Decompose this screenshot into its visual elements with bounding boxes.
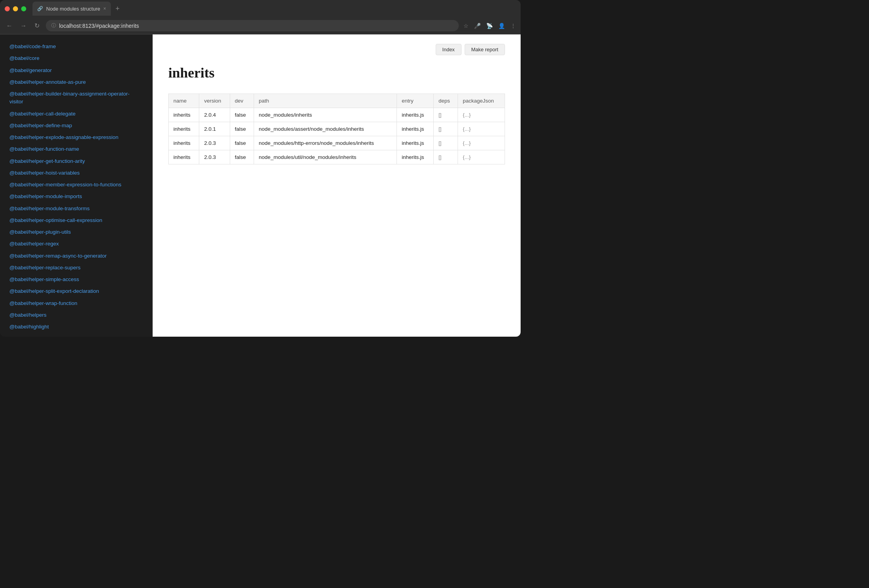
col-header-name: name bbox=[169, 94, 199, 108]
cell-entry[interactable]: inherits.js bbox=[397, 150, 434, 164]
cell-path[interactable]: node_modules/assert/node_modules/inherit… bbox=[254, 122, 397, 136]
refresh-button[interactable]: ↻ bbox=[33, 20, 41, 31]
table-row: inherits2.0.3falsenode_modules/http-erro… bbox=[169, 136, 505, 150]
sidebar-item-1[interactable]: @babel/core bbox=[0, 52, 152, 64]
sidebar-item-2[interactable]: @babel/generator bbox=[0, 65, 152, 76]
sidebar-item-21[interactable]: @babel/helper-wrap-function bbox=[0, 298, 152, 309]
sidebar-item-10[interactable]: @babel/helper-hoist-variables bbox=[0, 167, 152, 179]
package-json-link[interactable]: {...} bbox=[463, 154, 471, 160]
sidebar-item-19[interactable]: @babel/helper-simple-access bbox=[0, 274, 152, 285]
security-icon: ⓘ bbox=[51, 22, 56, 29]
package-json-link[interactable]: {...} bbox=[463, 126, 471, 132]
main-area: @babel/code-frame@babel/core@babel/gener… bbox=[0, 34, 521, 337]
active-tab[interactable]: 🔗 Node modules structure × bbox=[32, 2, 111, 16]
cell-version: 2.0.3 bbox=[199, 150, 230, 164]
cell-packageJson[interactable]: {...} bbox=[458, 150, 505, 164]
sidebar-item-18[interactable]: @babel/helper-replace-supers bbox=[0, 262, 152, 274]
cell-packageJson[interactable]: {...} bbox=[458, 122, 505, 136]
title-bar: 🔗 Node modules structure × + bbox=[0, 0, 521, 17]
sidebar-item-17[interactable]: @babel/helper-remap-async-to-generator bbox=[0, 250, 152, 262]
new-tab-button[interactable]: + bbox=[115, 5, 120, 13]
cell-entry[interactable]: inherits.js bbox=[397, 122, 434, 136]
cell-dev: false bbox=[230, 136, 254, 150]
content-header: Index Make report bbox=[168, 44, 505, 55]
col-header-version: version bbox=[199, 94, 230, 108]
cell-name[interactable]: inherits bbox=[169, 108, 199, 122]
cell-name[interactable]: inherits bbox=[169, 136, 199, 150]
cell-deps: [] bbox=[434, 150, 458, 164]
traffic-lights bbox=[5, 6, 26, 11]
deps-brackets: [] bbox=[438, 126, 442, 132]
package-json-link[interactable]: {...} bbox=[463, 112, 471, 118]
deps-brackets: [] bbox=[438, 112, 442, 118]
sidebar-item-0[interactable]: @babel/code-frame bbox=[0, 41, 152, 52]
sidebar-item-15[interactable]: @babel/helper-plugin-utils bbox=[0, 226, 152, 238]
cell-name[interactable]: inherits bbox=[169, 150, 199, 164]
table-body: inherits2.0.4falsenode_modules/inheritsi… bbox=[169, 108, 505, 164]
address-bar: ← → ↻ ⓘ localhost:8123/#package:inherits… bbox=[0, 17, 521, 34]
maximize-button[interactable] bbox=[21, 6, 26, 11]
col-header-dev: dev bbox=[230, 94, 254, 108]
cell-version: 2.0.3 bbox=[199, 136, 230, 150]
table-header: nameversiondevpathentrydepspackageJson bbox=[169, 94, 505, 108]
minimize-button[interactable] bbox=[13, 6, 18, 11]
col-header-packageJson: packageJson bbox=[458, 94, 505, 108]
cell-path[interactable]: node_modules/http-errors/node_modules/in… bbox=[254, 136, 397, 150]
cell-entry[interactable]: inherits.js bbox=[397, 136, 434, 150]
close-button[interactable] bbox=[5, 6, 10, 11]
cell-path[interactable]: node_modules/util/node_modules/inherits bbox=[254, 150, 397, 164]
sidebar-item-8[interactable]: @babel/helper-function-name bbox=[0, 143, 152, 155]
package-json-link[interactable]: {...} bbox=[463, 140, 471, 146]
packages-table: nameversiondevpathentrydepspackageJson i… bbox=[168, 94, 505, 164]
cell-dev: false bbox=[230, 108, 254, 122]
sidebar-item-14[interactable]: @babel/helper-optimise-call-expression bbox=[0, 215, 152, 226]
sidebar-item-7[interactable]: @babel/helper-explode-assignable-express… bbox=[0, 132, 152, 143]
cell-dev: false bbox=[230, 122, 254, 136]
sidebar-item-22[interactable]: @babel/helpers bbox=[0, 309, 152, 321]
cell-path[interactable]: node_modules/inherits bbox=[254, 108, 397, 122]
address-input[interactable]: ⓘ localhost:8123/#package:inherits bbox=[46, 20, 459, 31]
back-button[interactable]: ← bbox=[5, 21, 14, 31]
cell-name[interactable]: inherits bbox=[169, 122, 199, 136]
cell-packageJson[interactable]: {...} bbox=[458, 108, 505, 122]
deps-brackets: [] bbox=[438, 154, 442, 160]
cell-version: 2.0.1 bbox=[199, 122, 230, 136]
sidebar-item-4[interactable]: @babel/helper-builder-binary-assignment-… bbox=[0, 88, 152, 108]
col-header-deps: deps bbox=[434, 94, 458, 108]
sidebar-item-6[interactable]: @babel/helper-define-map bbox=[0, 120, 152, 132]
header-row: nameversiondevpathentrydepspackageJson bbox=[169, 94, 505, 108]
col-header-entry: entry bbox=[397, 94, 434, 108]
index-button[interactable]: Index bbox=[436, 44, 462, 55]
cell-deps: [] bbox=[434, 122, 458, 136]
forward-button[interactable]: → bbox=[19, 21, 28, 31]
cell-entry[interactable]: inherits.js bbox=[397, 108, 434, 122]
page-title: inherits bbox=[168, 65, 505, 81]
sidebar: @babel/code-frame@babel/core@babel/gener… bbox=[0, 34, 153, 337]
cell-packageJson[interactable]: {...} bbox=[458, 136, 505, 150]
sidebar-item-13[interactable]: @babel/helper-module-transforms bbox=[0, 203, 152, 215]
cell-dev: false bbox=[230, 150, 254, 164]
sidebar-item-24[interactable]: @babel/parser bbox=[0, 333, 152, 337]
tab-icon: 🔗 bbox=[37, 6, 43, 11]
sidebar-item-11[interactable]: @babel/helper-member-expression-to-funct… bbox=[0, 179, 152, 191]
profile-icon[interactable]: 👤 bbox=[498, 23, 505, 29]
make-report-button[interactable]: Make report bbox=[465, 44, 505, 55]
bookmark-icon[interactable]: ☆ bbox=[463, 23, 469, 29]
content-area: Index Make report inherits nameversionde… bbox=[153, 34, 521, 337]
col-header-path: path bbox=[254, 94, 397, 108]
sidebar-item-3[interactable]: @babel/helper-annotate-as-pure bbox=[0, 76, 152, 88]
sidebar-item-12[interactable]: @babel/helper-module-imports bbox=[0, 191, 152, 202]
tab-close-icon[interactable]: × bbox=[103, 6, 106, 11]
sidebar-item-23[interactable]: @babel/highlight bbox=[0, 321, 152, 333]
sidebar-item-16[interactable]: @babel/helper-regex bbox=[0, 238, 152, 250]
cast-icon[interactable]: 📡 bbox=[486, 23, 493, 29]
sidebar-item-20[interactable]: @babel/helper-split-export-declaration bbox=[0, 285, 152, 297]
sidebar-item-9[interactable]: @babel/helper-get-function-arity bbox=[0, 155, 152, 167]
table-row: inherits2.0.1falsenode_modules/assert/no… bbox=[169, 122, 505, 136]
extension-icon[interactable]: 🎤 bbox=[474, 23, 481, 29]
menu-icon[interactable]: ⋮ bbox=[510, 23, 516, 29]
cell-version: 2.0.4 bbox=[199, 108, 230, 122]
cell-deps: [] bbox=[434, 108, 458, 122]
sidebar-item-5[interactable]: @babel/helper-call-delegate bbox=[0, 108, 152, 120]
toolbar-right: ☆ 🎤 📡 👤 ⋮ bbox=[463, 23, 516, 29]
